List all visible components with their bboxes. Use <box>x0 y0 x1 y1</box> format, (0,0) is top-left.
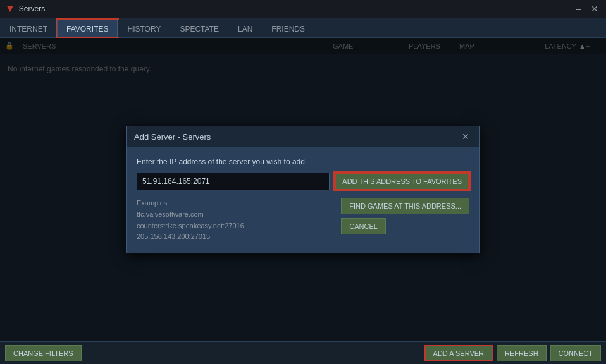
examples-label: Examples: <box>137 198 341 209</box>
tab-spectate[interactable]: SPECTATE <box>170 20 228 37</box>
ip-input-row: ADD THIS ADDRESS TO FAVORITES <box>137 173 469 190</box>
modal-close-button[interactable]: ✕ <box>459 131 472 142</box>
cancel-button[interactable]: CANCEL <box>341 218 386 234</box>
tab-bar: INTERNET FAVORITES HISTORY SPECTATE LAN … <box>0 18 606 38</box>
modal-header: Add Server - Servers ✕ <box>127 126 479 147</box>
tab-history[interactable]: HISTORY <box>118 20 170 37</box>
bottom-bar: CHANGE FILTERS ADD A SERVER REFRESH CONN… <box>0 341 606 364</box>
bottom-bar-right: ADD A SERVER REFRESH CONNECT <box>424 345 601 361</box>
title-bar-controls: – ✕ <box>573 4 601 14</box>
modal-lower: Examples: tfc.valvesoftware.com counters… <box>137 198 469 242</box>
example-3: 205.158.143.200:27015 <box>137 231 341 243</box>
modal-title: Add Server - Servers <box>134 132 211 142</box>
tab-favorites[interactable]: FAVORITES <box>57 20 118 37</box>
title-bar-left: ▼ Servers <box>5 4 45 14</box>
change-filters-button[interactable]: CHANGE FILTERS <box>5 345 82 361</box>
add-server-button[interactable]: ADD A SERVER <box>424 345 493 361</box>
tab-friends[interactable]: FRIENDS <box>262 20 314 37</box>
main-content: 🔒 SERVERS GAME PLAYERS MAP LATENCY ▲ + N… <box>0 38 606 341</box>
minimize-button[interactable]: – <box>573 4 583 14</box>
refresh-button[interactable]: REFRESH <box>497 345 547 361</box>
add-server-modal: Add Server - Servers ✕ Enter the IP addr… <box>126 126 480 253</box>
bottom-bar-left: CHANGE FILTERS <box>5 345 82 361</box>
tab-internet[interactable]: INTERNET <box>0 20 57 37</box>
close-button[interactable]: ✕ <box>588 4 601 14</box>
arrow-icon: ▼ <box>5 4 15 14</box>
window-title: Servers <box>19 4 45 13</box>
modal-action-buttons: FIND GAMES AT THIS ADDRESS... CANCEL <box>341 198 469 242</box>
tab-lan[interactable]: LAN <box>228 20 262 37</box>
example-2: counterstrike.speakeasy.net:27016 <box>137 221 341 232</box>
modal-body: Enter the IP address of the server you w… <box>127 147 479 252</box>
connect-button[interactable]: CONNECT <box>550 345 601 361</box>
example-1: tfc.valvesoftware.com <box>137 209 341 221</box>
ip-address-input[interactable] <box>137 173 330 190</box>
modal-examples-section: Examples: tfc.valvesoftware.com counters… <box>137 198 341 242</box>
add-to-favorites-button[interactable]: ADD THIS ADDRESS TO FAVORITES <box>335 173 469 190</box>
title-bar: ▼ Servers – ✕ <box>0 0 606 18</box>
modal-overlay: Add Server - Servers ✕ Enter the IP addr… <box>0 38 606 341</box>
find-games-button[interactable]: FIND GAMES AT THIS ADDRESS... <box>341 198 469 214</box>
modal-description: Enter the IP address of the server you w… <box>137 157 469 166</box>
